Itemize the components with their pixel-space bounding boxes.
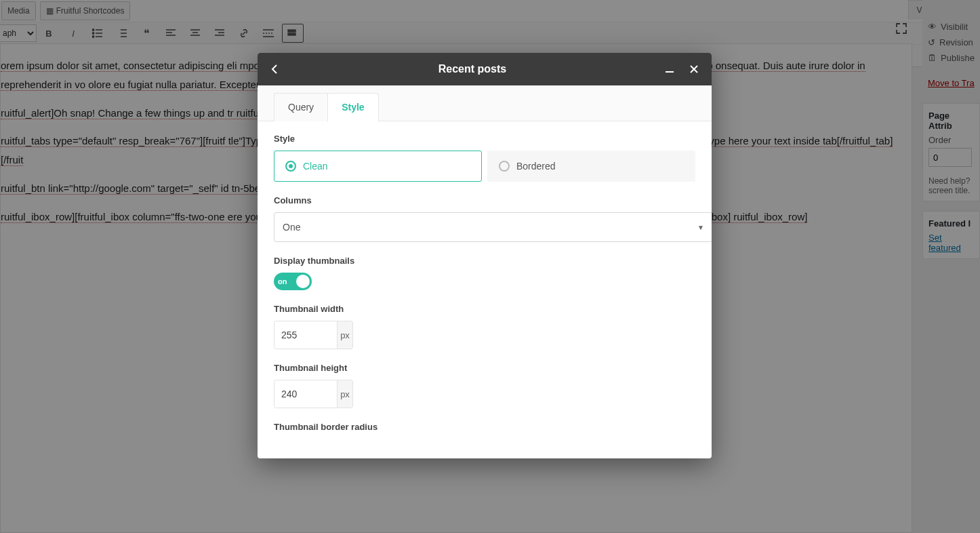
eye-icon: 👁 bbox=[928, 22, 937, 32]
thumbnail-height-unit: px bbox=[337, 380, 352, 408]
style-option-clean[interactable]: Clean bbox=[274, 151, 482, 182]
modal-tabs: Query Style bbox=[258, 85, 712, 121]
page-attributes-heading: Page Attrib bbox=[928, 111, 974, 131]
order-input[interactable] bbox=[928, 148, 972, 167]
minimize-button[interactable] bbox=[663, 62, 676, 76]
svg-rect-23 bbox=[293, 30, 295, 32]
link-button[interactable] bbox=[233, 24, 255, 43]
svg-point-5 bbox=[92, 36, 94, 37]
align-center-button[interactable] bbox=[184, 24, 206, 43]
toolbar-toggle-button[interactable] bbox=[282, 24, 304, 43]
order-label: Order bbox=[928, 135, 974, 145]
style-radio-group: Clean Bordered bbox=[274, 151, 695, 182]
thumbnail-width-input[interactable] bbox=[274, 321, 337, 349]
columns-label: Columns bbox=[274, 195, 695, 205]
chevron-down-icon: ▼ bbox=[697, 224, 704, 231]
thumbnail-width-unit: px bbox=[337, 321, 352, 349]
thumbnail-width-label: Thumbnail width bbox=[274, 304, 695, 314]
bold-button[interactable]: B bbox=[38, 24, 60, 43]
italic-button[interactable]: I bbox=[62, 24, 84, 43]
recent-posts-modal: Recent posts Query Style Style Clean bbox=[258, 53, 712, 458]
media-button[interactable]: Media bbox=[1, 1, 36, 20]
blockquote-button[interactable]: ❝ bbox=[136, 24, 157, 43]
move-to-trash-link[interactable]: Move to Tra bbox=[928, 78, 975, 88]
set-featured-image-link[interactable]: Set featured bbox=[928, 233, 961, 253]
align-left-button[interactable] bbox=[160, 24, 182, 43]
display-thumbnails-toggle[interactable]: on bbox=[274, 273, 312, 290]
thumbnail-border-radius-label: Thumbnail border radius bbox=[274, 422, 695, 432]
radio-bullet-icon bbox=[285, 161, 296, 172]
fullscreen-icon[interactable] bbox=[896, 23, 907, 36]
svg-point-3 bbox=[92, 29, 94, 31]
svg-rect-25 bbox=[291, 33, 293, 35]
style-label: Style bbox=[274, 134, 695, 144]
svg-rect-21 bbox=[288, 30, 290, 32]
history-icon: ↺ bbox=[928, 37, 935, 47]
svg-rect-24 bbox=[288, 33, 290, 35]
radio-bullet-icon bbox=[499, 161, 510, 172]
tab-style[interactable]: Style bbox=[327, 93, 378, 121]
back-button[interactable] bbox=[268, 62, 282, 76]
thumbnail-height-input[interactable] bbox=[274, 380, 337, 408]
toggle-on-label: on bbox=[278, 277, 287, 285]
visibility-row[interactable]: 👁Visibilit bbox=[928, 19, 975, 35]
close-button[interactable] bbox=[687, 62, 701, 76]
svg-rect-22 bbox=[291, 30, 293, 32]
featured-image-heading: Featured I bbox=[928, 218, 974, 229]
style-option-clean-label: Clean bbox=[303, 161, 328, 172]
paragraph-select[interactable]: aph bbox=[0, 24, 37, 42]
svg-rect-26 bbox=[293, 33, 295, 35]
align-right-button[interactable] bbox=[209, 24, 230, 43]
style-option-bordered-label: Bordered bbox=[516, 161, 556, 172]
columns-select[interactable]: One ▼ bbox=[274, 212, 712, 242]
read-more-button[interactable] bbox=[258, 24, 279, 43]
revisions-row[interactable]: ↺Revision bbox=[928, 35, 975, 50]
right-sidebar: 👁Visibilit ↺Revision 🗓Publishe Move to T… bbox=[922, 0, 980, 533]
modal-header: Recent posts bbox=[258, 53, 712, 85]
modal-title: Recent posts bbox=[282, 63, 663, 75]
numbered-list-button[interactable] bbox=[111, 24, 133, 43]
thumbnail-height-label: Thumbnail height bbox=[274, 363, 695, 373]
toggle-knob bbox=[296, 275, 310, 288]
shortcodes-button[interactable]: ▦ Fruitful Shortcodes bbox=[40, 1, 131, 20]
bullet-list-button[interactable] bbox=[87, 24, 108, 43]
published-row[interactable]: 🗓Publishe bbox=[928, 50, 975, 66]
columns-select-value: One bbox=[283, 222, 300, 233]
svg-point-4 bbox=[92, 33, 94, 34]
modal-body: Style Clean Bordered Columns One ▼ bbox=[258, 121, 712, 458]
tab-query[interactable]: Query bbox=[274, 93, 328, 121]
calendar-icon: 🗓 bbox=[928, 53, 937, 63]
display-thumbnails-label: Display thumbnails bbox=[274, 256, 695, 266]
style-option-bordered[interactable]: Bordered bbox=[487, 151, 695, 182]
